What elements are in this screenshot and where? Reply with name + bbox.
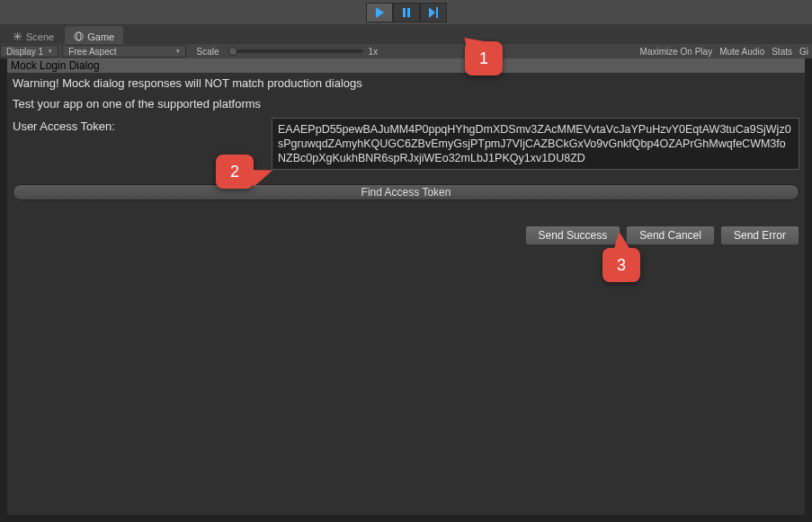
annotation-1-pointer: [460, 38, 486, 65]
aspect-dropdown-label: Free Aspect: [68, 47, 116, 57]
step-icon: [427, 6, 440, 19]
annotation-3: 3: [602, 248, 640, 282]
tab-scene[interactable]: Scene: [4, 26, 63, 44]
game-view: Mock Login Dialog Warning! Mock dialog r…: [7, 58, 805, 515]
send-error-button[interactable]: Send Error: [720, 226, 799, 245]
token-input[interactable]: EAAEPpD55pewBAJuMM4P0ppqHYhgDmXDSmv3ZAcM…: [272, 118, 799, 170]
annotation-2: 2: [216, 155, 254, 189]
svg-rect-0: [403, 8, 406, 17]
find-access-token-button[interactable]: Find Access Token: [13, 184, 799, 200]
chevron-down-icon: ▾: [176, 48, 180, 55]
annotation-3-pointer: [611, 231, 631, 253]
mute-audio[interactable]: Mute Audio: [719, 47, 764, 57]
stats[interactable]: Stats: [772, 47, 792, 57]
token-label: User Access Token:: [13, 118, 264, 133]
playback-toolbar: [0, 0, 812, 24]
chevron-down-icon: ▾: [49, 48, 52, 55]
platform-hint: Test your app on one of the supported pl…: [7, 93, 805, 114]
step-button[interactable]: [420, 3, 447, 22]
pause-icon: [400, 6, 413, 19]
send-success-button[interactable]: Send Success: [525, 226, 621, 245]
send-cancel-button[interactable]: Send Cancel: [626, 226, 715, 245]
game-control-bar: Display 1 ▾ Free Aspect ▾ Scale 1x Maxim…: [0, 44, 812, 58]
dialog-title: Mock Login Dialog: [7, 58, 805, 73]
scale-slider-knob[interactable]: [228, 47, 237, 56]
game-icon: [74, 31, 84, 41]
play-button[interactable]: [366, 3, 393, 22]
svg-rect-1: [407, 8, 410, 17]
tab-scene-label: Scene: [26, 31, 54, 42]
scale-label: Scale: [197, 47, 219, 57]
svg-rect-2: [436, 7, 438, 18]
display-dropdown[interactable]: Display 1 ▾: [0, 45, 58, 58]
aspect-dropdown[interactable]: Free Aspect ▾: [62, 45, 185, 58]
annotation-1: 1: [465, 41, 503, 75]
mock-login-dialog: Mock Login Dialog Warning! Mock dialog r…: [7, 58, 805, 245]
maximize-on-play[interactable]: Maximize On Play: [640, 47, 713, 57]
scale-value: 1x: [369, 47, 379, 57]
annotation-2-label: 2: [230, 163, 239, 181]
display-dropdown-label: Display 1: [6, 47, 43, 57]
tab-game[interactable]: Game: [65, 26, 123, 44]
view-tabs: Scene Game: [0, 24, 812, 44]
annotation-3-label: 3: [617, 256, 626, 275]
warning-text: Warning! Mock dialog responses will NOT …: [7, 73, 805, 93]
gizmos[interactable]: Gi: [799, 47, 808, 57]
scale-slider[interactable]: [228, 49, 363, 53]
play-icon: [373, 6, 386, 19]
scene-icon: [13, 31, 22, 41]
tab-game-label: Game: [87, 31, 114, 42]
pause-button[interactable]: [393, 3, 420, 22]
